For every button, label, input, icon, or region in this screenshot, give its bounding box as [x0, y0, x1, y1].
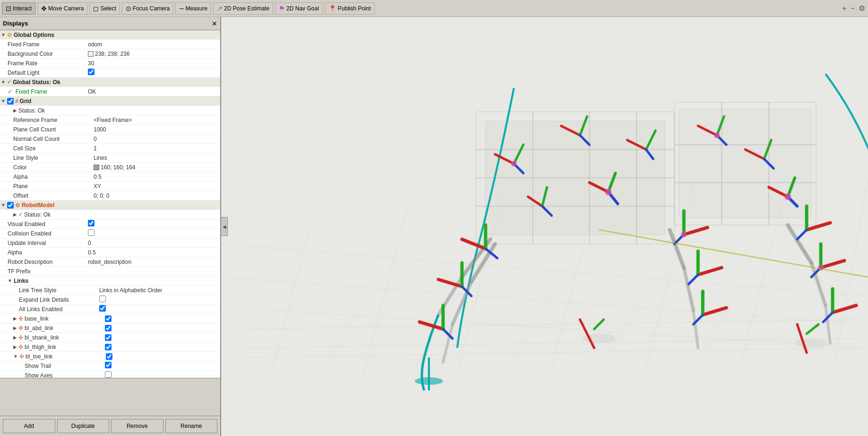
all-links-enabled-row[interactable]: All Links Enabled [0, 305, 220, 314]
global-options-arrow[interactable]: ▼ [1, 32, 6, 37]
collision-enabled-checkbox[interactable] [88, 229, 95, 236]
cell-size-row[interactable]: Cell Size 1 [0, 144, 220, 153]
2d-pose-button[interactable]: ↗ 2D Pose Estimate [213, 2, 273, 15]
status-fixed-frame-row[interactable]: ✓ Fixed Frame OK [0, 87, 220, 96]
tf-prefix-label: TF Prefix [8, 268, 88, 275]
bl-toe-link-checkbox[interactable] [106, 353, 112, 360]
bl-abd-link-arrow[interactable]: ▶ [13, 325, 17, 331]
grid-offset-value: 0; 0; 0 [94, 192, 219, 199]
measure-button[interactable]: ─ Measure [175, 2, 211, 15]
normal-cell-count-row[interactable]: Normal Cell Count 0 [0, 134, 220, 144]
bl-shank-link-arrow[interactable]: ▶ [13, 335, 17, 340]
global-options-label: Global Options [14, 32, 94, 38]
show-trail-checkbox[interactable] [105, 362, 112, 368]
link-tree-style-row[interactable]: Link Tree Style Links in Alphabetic Orde… [0, 286, 220, 295]
base-link-row[interactable]: ▶ ✣ base_link [0, 314, 220, 323]
show-trail-row[interactable]: Show Trail [0, 361, 220, 371]
background-color-swatch [88, 51, 94, 57]
status-fixed-frame-value: OK [88, 88, 219, 95]
svg-point-107 [795, 339, 828, 348]
grid-color-row[interactable]: Color 160; 160; 164 [0, 163, 220, 172]
visual-enabled-row[interactable]: Visual Enabled [0, 219, 220, 229]
collision-enabled-row[interactable]: Collision Enabled [0, 229, 220, 238]
bl-toe-link-row[interactable]: ▼ ✣ bl_toe_link [0, 352, 220, 361]
bl-thigh-link-checkbox[interactable] [105, 344, 112, 350]
focus-camera-button[interactable]: ⊙ Focus Camera [122, 2, 174, 15]
update-interval-row[interactable]: Update Interval 0 [0, 238, 220, 248]
3d-viewport[interactable]: ◀ [221, 17, 868, 436]
robot-status-arrow[interactable]: ▶ [13, 212, 17, 217]
interact-button[interactable]: ⊡ Interact [2, 2, 35, 15]
robot-description-row[interactable]: Robot Description robot_description [0, 257, 220, 267]
default-light-row[interactable]: Default Light [0, 68, 220, 78]
grid-plane-label: Plane [13, 183, 94, 190]
grid-offset-label: Offset [13, 192, 94, 199]
global-status-arrow[interactable]: ▼ [1, 79, 6, 85]
grid-status-row[interactable]: ▶ Status: Ok [0, 106, 220, 115]
grid-status-arrow[interactable]: ▶ [13, 108, 17, 113]
show-axes-checkbox[interactable] [105, 371, 112, 378]
frame-rate-row[interactable]: Frame Rate 30 [0, 59, 220, 68]
links-arrow[interactable]: ▼ [8, 278, 12, 283]
duplicate-button[interactable]: Duplicate [57, 419, 110, 433]
reference-frame-row[interactable]: Reference Frame <Fixed Frame> [0, 115, 220, 125]
grid-plane-row[interactable]: Plane XY [0, 182, 220, 191]
links-header[interactable]: ▼ Links [0, 276, 220, 286]
expand-link-checkbox[interactable] [99, 296, 106, 302]
select-button[interactable]: ◻ Select [89, 2, 120, 15]
all-links-enabled-checkbox[interactable] [99, 305, 106, 312]
2d-nav-button[interactable]: ⚑ 2D Nav Goal [275, 2, 323, 15]
bl-shank-link-checkbox[interactable] [105, 334, 112, 341]
base-link-checkbox[interactable] [105, 315, 112, 322]
show-axes-row[interactable]: Show Axes [0, 371, 220, 378]
grid-color-swatch [94, 165, 99, 170]
global-options-header[interactable]: ▼ ⚙ Global Options [0, 30, 220, 40]
bl-abd-link-row[interactable]: ▶ ✣ bl_abd_link [0, 323, 220, 333]
add-view-button[interactable]: + [841, 3, 847, 14]
publish-point-button[interactable]: 📍 Publish Point [325, 2, 375, 15]
bl-thigh-link-arrow[interactable]: ▶ [13, 344, 17, 349]
robot-model-header[interactable]: ▼ ⚙ RobotModel [0, 201, 220, 210]
move-camera-button[interactable]: ✥ Move Camera [37, 2, 87, 15]
svg-point-97 [714, 132, 720, 138]
visual-enabled-checkbox[interactable] [88, 220, 95, 227]
grid-alpha-row[interactable]: Alpha 0.5 [0, 172, 220, 182]
grid-arrow[interactable]: ▼ [1, 98, 6, 104]
reference-frame-label: Reference Frame [13, 117, 94, 123]
displays-close-button[interactable]: ✕ [212, 20, 217, 27]
bl-shank-link-row[interactable]: ▶ ✣ bl_shank_link [0, 333, 220, 342]
bl-thigh-link-row[interactable]: ▶ ✣ bl_thigh_link [0, 342, 220, 352]
plane-cell-count-label: Plane Cell Count [13, 126, 94, 133]
global-status-header[interactable]: ▼ ✓ Global Status: Ok [0, 78, 220, 87]
fixed-frame-row[interactable]: Fixed Frame odom [0, 40, 220, 49]
background-color-row[interactable]: Background Color 238; 238; 236 [0, 49, 220, 59]
grid-offset-row[interactable]: Offset 0; 0; 0 [0, 191, 220, 201]
toolbar-right: + − ⚙ [841, 3, 866, 14]
robot-model-arrow[interactable]: ▼ [1, 202, 6, 208]
toolbar: ⊡ Interact ✥ Move Camera ◻ Select ⊙ Focu… [0, 0, 868, 17]
remove-button[interactable]: Remove [111, 419, 163, 433]
tf-prefix-row[interactable]: TF Prefix [0, 267, 220, 276]
collapse-handle[interactable]: ◀ [221, 217, 228, 236]
update-interval-value: 0 [88, 240, 219, 246]
robot-model-checkbox[interactable] [7, 202, 14, 209]
line-style-row[interactable]: Line Style Lines [0, 153, 220, 163]
grid-header[interactable]: ▼ # Grid [0, 96, 220, 106]
settings-button[interactable]: ⚙ [858, 3, 866, 14]
add-button[interactable]: Add [3, 419, 55, 433]
base-link-arrow[interactable]: ▶ [13, 316, 17, 321]
default-light-checkbox[interactable] [88, 69, 95, 75]
tree-panel[interactable]: ▼ ⚙ Global Options Fixed Frame odom Back… [0, 30, 220, 378]
visual-enabled-value [88, 220, 219, 228]
robot-alpha-row[interactable]: Alpha 0.5 [0, 248, 220, 257]
grid-checkbox[interactable] [7, 98, 14, 105]
rename-button[interactable]: Rename [165, 419, 218, 433]
remove-view-button[interactable]: − [850, 3, 856, 14]
collision-enabled-label: Collision Enabled [8, 230, 88, 237]
2d-nav-label: 2D Nav Goal [286, 5, 319, 12]
bl-toe-link-arrow[interactable]: ▼ [13, 354, 18, 359]
plane-cell-count-row[interactable]: Plane Cell Count 1000 [0, 125, 220, 134]
expand-link-row[interactable]: Expand Link Details [0, 295, 220, 305]
robot-status-row[interactable]: ▶ ✓ Status: Ok [0, 210, 220, 219]
bl-abd-link-checkbox[interactable] [105, 325, 112, 331]
